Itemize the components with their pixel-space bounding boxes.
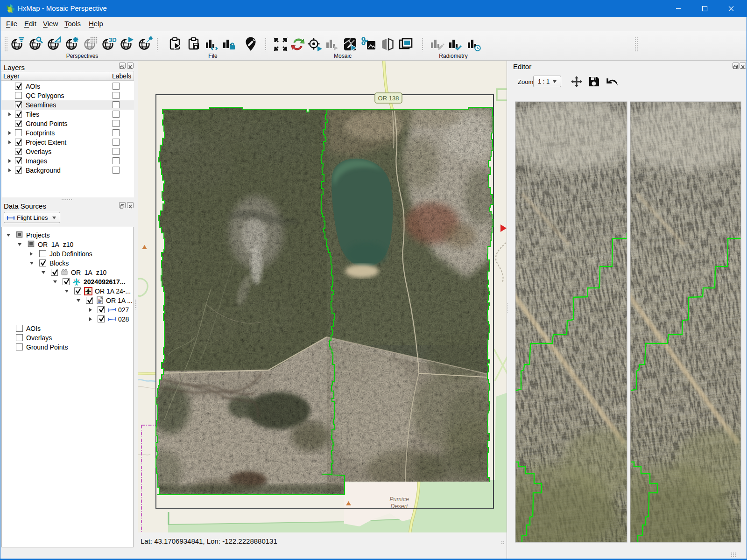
svg-text:Pumice: Pumice	[389, 496, 409, 503]
svg-text:Desert: Desert	[391, 503, 408, 510]
svg-text:OR 138: OR 138	[378, 95, 399, 102]
svg-text:3D: 3D	[109, 36, 117, 43]
